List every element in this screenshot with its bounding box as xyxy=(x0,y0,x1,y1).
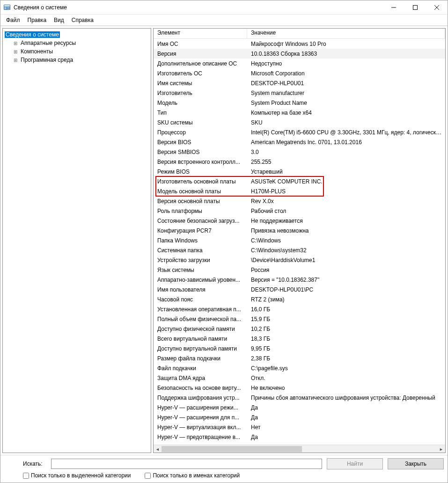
list-row[interactable]: Конфигурация PCR7Привязка невозможна xyxy=(154,226,445,235)
checkbox-selected-category-input[interactable] xyxy=(23,473,29,479)
cell-value: Рабочий стол xyxy=(247,207,445,215)
list-row[interactable]: Версия10.0.18363 Сборка 18363 xyxy=(154,49,445,59)
list-row[interactable]: Версия встроенного контролл...255.255 xyxy=(154,157,445,167)
list-row[interactable]: Доступно физической памяти10,2 ГБ xyxy=(154,324,445,334)
list-row[interactable]: Hyper-V — расширения для п...Да xyxy=(154,412,445,422)
list-row[interactable]: Поддержка шифрования устр...Причины сбоя… xyxy=(154,393,445,402)
list-row[interactable]: Устройство загрузки\Device\HarddiskVolum… xyxy=(154,255,445,265)
column-header-name[interactable]: Элемент xyxy=(154,29,247,38)
list-row[interactable]: Изготовитель ОСMicrosoft Corporation xyxy=(154,68,445,78)
column-header-value[interactable]: Значение xyxy=(247,29,445,38)
list-row[interactable]: Hyper-V — виртуализация вкл...Нет xyxy=(154,422,445,432)
app-window: Сведения о системе Файл Правка Вид Справ… xyxy=(0,0,448,483)
list-row[interactable]: Дополнительное описание ОСНедоступно xyxy=(154,59,445,68)
tree-hardware[interactable]: ⊞ Аппаратные ресурсы xyxy=(3,39,151,47)
cell-name: Роль платформы xyxy=(154,207,247,215)
horizontal-scrollbar[interactable]: ◄ ► xyxy=(154,445,445,453)
list-row[interactable]: Изготовитель основной платыASUSTeK COMPU… xyxy=(154,176,445,186)
list-row[interactable]: Папка WindowsC:\Windows xyxy=(154,235,445,245)
cell-name: Тип xyxy=(154,109,247,117)
list-row[interactable]: Всего виртуальной памяти18,3 ГБ xyxy=(154,334,445,344)
menu-view[interactable]: Вид xyxy=(50,16,68,24)
cell-name: Версия SMBIOS xyxy=(154,148,247,156)
list-row[interactable]: ИзготовительSystem manufacturer xyxy=(154,88,445,98)
list-row[interactable]: МодельSystem Product Name xyxy=(154,98,445,108)
list-row[interactable]: Hyper-V — предотвращение в...Да xyxy=(154,432,445,442)
list-row[interactable]: Полный объем физической па...15,9 ГБ xyxy=(154,314,445,324)
list-row[interactable]: Доступно виртуальной памяти9,95 ГБ xyxy=(154,344,445,353)
scroll-right-arrow[interactable]: ► xyxy=(437,445,445,453)
list-row[interactable]: Системная папкаC:\Windows\system32 xyxy=(154,245,445,255)
checkbox-category-names-label: Поиск только в именах категорий xyxy=(153,472,240,479)
search-input[interactable] xyxy=(51,459,322,469)
menu-edit[interactable]: Правка xyxy=(24,16,51,24)
cell-name: Доступно физической памяти xyxy=(154,325,247,333)
find-button[interactable]: Найти xyxy=(327,458,383,469)
list-row[interactable]: Размер файла подкачки2,38 ГБ xyxy=(154,353,445,363)
checkbox-selected-category[interactable]: Поиск только в выделенной категории xyxy=(23,472,131,479)
list-row[interactable]: Защита DMA ядраОткл. xyxy=(154,373,445,383)
close-button[interactable] xyxy=(426,0,448,14)
tree-root[interactable]: Сведения о системе xyxy=(3,30,151,39)
cell-value: Rev X.0x xyxy=(247,197,445,205)
cell-value: Майкрософт Windows 10 Pro xyxy=(247,40,445,48)
cell-name: Процессор xyxy=(154,128,247,137)
list-row[interactable]: Состояние безопасной загруз...Не поддерж… xyxy=(154,216,445,226)
list-row[interactable]: Безопасность на основе вирту...Не включе… xyxy=(154,383,445,393)
main-area: Сведения о системе ⊞ Аппаратные ресурсы … xyxy=(0,26,448,455)
list-row[interactable]: Часовой поясRTZ 2 (зима) xyxy=(154,294,445,304)
app-icon xyxy=(3,4,11,11)
list-row[interactable]: ТипКомпьютер на базе x64 xyxy=(154,108,445,117)
menu-help[interactable]: Справка xyxy=(68,16,97,24)
tree-software[interactable]: ⊞ Программная среда xyxy=(3,56,151,64)
close-search-button[interactable]: Закрыть xyxy=(388,458,444,469)
svg-rect-1 xyxy=(4,5,10,7)
list-body[interactable]: Имя ОСМайкрософт Windows 10 ProВерсия10.… xyxy=(154,39,445,445)
checkbox-category-names[interactable]: Поиск только в именах категорий xyxy=(145,472,240,479)
cell-value: Устаревший xyxy=(247,168,445,176)
tree-components-label: Компоненты xyxy=(20,48,54,55)
cell-value: System Product Name xyxy=(247,99,445,107)
tree-components[interactable]: ⊞ Компоненты xyxy=(3,47,151,56)
cell-name: Дополнительное описание ОС xyxy=(154,59,247,68)
svg-rect-4 xyxy=(7,8,10,9)
tree-pane[interactable]: Сведения о системе ⊞ Аппаратные ресурсы … xyxy=(2,28,151,453)
list-row[interactable]: Файл подкачкиC:\pagefile.sys xyxy=(154,363,445,373)
list-row[interactable]: Установленная оперативная п...16,0 ГБ xyxy=(154,304,445,314)
list-row[interactable]: Имя системыDESKTOP-HLP0U01 xyxy=(154,78,445,88)
cell-value: 10,2 ГБ xyxy=(247,325,445,333)
scroll-thumb[interactable] xyxy=(162,446,302,452)
expand-icon[interactable]: ⊞ xyxy=(12,41,19,46)
expand-icon[interactable]: ⊞ xyxy=(12,58,19,63)
menu-file[interactable]: Файл xyxy=(2,16,24,24)
list-header: Элемент Значение xyxy=(154,29,445,39)
list-row[interactable]: Имя ОСМайкрософт Windows 10 Pro xyxy=(154,39,445,49)
maximize-button[interactable] xyxy=(404,0,426,14)
cell-value: DESKTOP-HLP0U01 xyxy=(247,79,445,88)
cell-name: Безопасность на основе вирту... xyxy=(154,384,247,392)
list-row[interactable]: Имя пользователяDESKTOP-HLP0U01\PC xyxy=(154,285,445,294)
expand-icon[interactable]: ⊞ xyxy=(12,49,19,54)
list-row[interactable]: Роль платформыРабочий стол xyxy=(154,206,445,216)
scroll-left-arrow[interactable]: ◄ xyxy=(154,445,162,453)
list-row[interactable]: Версия BIOSAmerican Megatrends Inc. 0701… xyxy=(154,137,445,147)
list-row[interactable]: SKU системыSKU xyxy=(154,117,445,127)
svg-rect-6 xyxy=(413,5,418,9)
list-row[interactable]: Аппаратно-зависимый уровен...Версия = "1… xyxy=(154,275,445,285)
cell-name: SKU системы xyxy=(154,118,247,127)
minimize-button[interactable] xyxy=(383,0,404,14)
cell-name: Модель xyxy=(154,99,247,107)
checkbox-category-names-input[interactable] xyxy=(145,473,151,479)
list-row[interactable]: Модель основной платыH170M-PLUS xyxy=(154,186,445,196)
cell-name: Режим BIOS xyxy=(154,168,247,176)
detail-pane: Элемент Значение Имя ОСМайкрософт Window… xyxy=(153,28,446,453)
list-row[interactable]: Hyper-V — расширения режи...Да xyxy=(154,402,445,412)
list-row[interactable]: Режим BIOSУстаревший xyxy=(154,167,445,176)
menubar: Файл Правка Вид Справка xyxy=(0,15,448,26)
cell-name: Имя системы xyxy=(154,79,247,88)
list-row[interactable]: Язык системыРоссия xyxy=(154,265,445,275)
list-row[interactable]: ПроцессорIntel(R) Core(TM) i5-6600 CPU @… xyxy=(154,127,445,137)
list-row[interactable]: Версия SMBIOS3.0 xyxy=(154,147,445,157)
cell-name: Язык системы xyxy=(154,266,247,274)
list-row[interactable]: Версия основной платыRev X.0x xyxy=(154,196,445,206)
